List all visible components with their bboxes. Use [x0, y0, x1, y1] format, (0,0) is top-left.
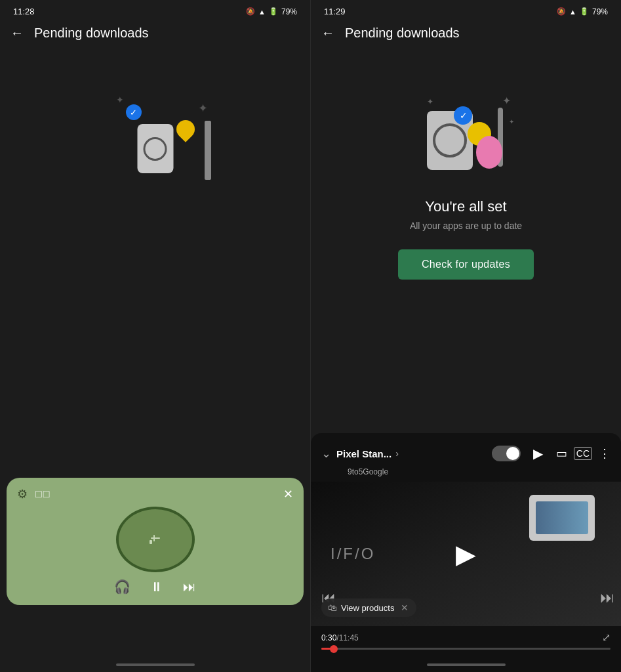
player-collapse-button[interactable]: ⌄: [321, 446, 331, 461]
view-products-close-button[interactable]: ✕: [401, 602, 409, 613]
right-illus-svg: ✦ ✦ ✦ ✓: [407, 75, 525, 180]
all-set-title: You're all set: [425, 198, 506, 215]
media-layout-icon[interactable]: □□: [35, 488, 50, 500]
player-top-bar: ⌄ Pixel Stan... › ▶ ▭ CC ⋮: [311, 433, 621, 467]
right-status-bar: 11:29 🔕 ▲ 🔋 79%: [311, 0, 621, 20]
player-toggle[interactable]: [492, 446, 521, 461]
player-cast-button[interactable]: ▭: [556, 446, 567, 461]
svg-rect-0: [151, 537, 160, 539]
video-channel-label: I/F/O: [331, 545, 375, 563]
svg-rect-2: [150, 540, 152, 544]
right-home-bar: [427, 663, 506, 666]
right-wifi-icon: ▲: [569, 8, 576, 16]
video-device-screen: [536, 501, 588, 534]
expand-icon[interactable]: ⤢: [602, 631, 611, 644]
view-products-badge: 🛍 View products ✕: [321, 598, 416, 617]
right-home-indicator: [311, 658, 621, 672]
time-total: 11:45: [339, 633, 359, 642]
left-battery-icon: 🔋: [269, 7, 278, 16]
player-more-button[interactable]: ⋮: [599, 446, 611, 461]
right-page-title: Pending downloads: [345, 26, 460, 41]
player-title-area: Pixel Stan... ›: [336, 448, 487, 459]
player-play-button[interactable]: ▶: [527, 442, 550, 465]
left-main-content: ✓ ✦ ✦ ⚙ □□ ✕: [0, 49, 310, 658]
play-icon: ▶: [533, 446, 543, 461]
left-mute-icon: 🔕: [246, 7, 255, 16]
left-back-button[interactable]: ←: [10, 26, 24, 41]
left-illustration: ✓ ✦ ✦: [90, 88, 221, 180]
shopping-bag-icon: 🛍: [328, 602, 337, 613]
left-illus-sparkle2: ✦: [116, 94, 124, 105]
left-home-bar: [116, 663, 195, 666]
player-caption-button[interactable]: CC: [574, 447, 592, 460]
media-pause-button[interactable]: ⏸: [150, 579, 163, 595]
time-row: 0:30 / 11:45 ⤢: [321, 631, 611, 644]
video-thumbnail: I/F/O ▶ ⏮ ⏭ 🛍 View products ✕: [311, 482, 621, 626]
right-illustration: ✦ ✦ ✦ ✓: [407, 75, 525, 180]
video-play-button[interactable]: ▶: [456, 539, 476, 569]
left-illus-phone: [137, 124, 173, 173]
right-status-icons: 🔕 ▲ 🔋 79%: [557, 7, 608, 16]
left-illus-base: ✓ ✦ ✦: [90, 88, 221, 180]
check-updates-button[interactable]: Check for updates: [398, 249, 534, 280]
right-mute-icon: 🔕: [557, 7, 566, 16]
left-status-icons: 🔕 ▲ 🔋 79%: [246, 7, 297, 16]
progress-track[interactable]: [321, 648, 611, 650]
media-card[interactable]: ⚙ □□ ✕ 🎧 ⏸ ⏭: [7, 478, 304, 605]
media-card-header: ⚙ □□ ✕: [17, 487, 293, 501]
media-card-header-left: ⚙ □□: [17, 487, 50, 501]
bottom-player: ⌄ Pixel Stan... › ▶ ▭ CC ⋮ 9to5Google: [311, 433, 621, 672]
left-illus-phone-circle: [144, 137, 167, 161]
progress-fill: [321, 648, 334, 650]
right-back-button[interactable]: ←: [321, 26, 334, 41]
left-wifi-icon: ▲: [258, 8, 266, 16]
svg-text:✦: ✦: [509, 118, 514, 125]
right-app-bar: ← Pending downloads: [311, 20, 621, 49]
left-illus-pin: [176, 120, 195, 144]
svg-text:✓: ✓: [460, 110, 468, 121]
media-artwork-icon: [146, 530, 165, 549]
left-panel: 11:28 🔕 ▲ 🔋 79% ← Pending downloads ✓: [0, 0, 310, 672]
left-illus-sparkle: ✦: [198, 101, 208, 116]
all-set-subtitle: All your apps are up to date: [410, 220, 522, 231]
media-controls: 🎧 ⏸ ⏭: [17, 579, 293, 595]
media-next-button[interactable]: ⏭: [183, 579, 196, 595]
video-device-prop: [529, 495, 595, 541]
media-gear-icon[interactable]: ⚙: [17, 487, 28, 501]
right-battery-pct: 79%: [592, 7, 608, 16]
progress-thumb: [330, 645, 338, 653]
player-subtitle: 9to5Google: [311, 467, 621, 482]
right-panel: 11:29 🔕 ▲ 🔋 79% ← Pending downloads: [310, 0, 621, 672]
player-controls-right: ▶ ▭ CC ⋮: [492, 442, 611, 465]
media-headphone-button[interactable]: 🎧: [114, 579, 130, 595]
progress-area: 0:30 / 11:45 ⤢: [311, 626, 621, 658]
left-illus-pin-top: [172, 116, 199, 142]
right-time: 11:29: [324, 7, 346, 16]
svg-point-7: [476, 136, 502, 169]
svg-text:✦: ✦: [427, 97, 433, 106]
left-app-bar: ← Pending downloads: [0, 20, 310, 49]
left-home-indicator: [0, 658, 310, 672]
right-battery-icon: 🔋: [580, 7, 589, 16]
left-time: 11:28: [13, 7, 35, 16]
svg-rect-1: [153, 535, 155, 541]
player-chevron-icon[interactable]: ›: [395, 448, 399, 459]
left-illus-book-right: [205, 121, 211, 180]
svg-text:✦: ✦: [502, 95, 511, 106]
left-status-bar: 11:28 🔕 ▲ 🔋 79%: [0, 0, 310, 20]
player-title: Pixel Stan...: [336, 448, 391, 459]
view-products-label: View products: [341, 603, 394, 613]
video-next-button[interactable]: ⏭: [600, 589, 614, 606]
left-page-title: Pending downloads: [34, 26, 149, 41]
time-current: 0:30: [321, 633, 336, 642]
media-artwork: [116, 507, 195, 572]
left-battery-pct: 79%: [281, 7, 297, 16]
left-illus-check: ✓: [126, 104, 142, 120]
media-close-button[interactable]: ✕: [283, 487, 293, 501]
